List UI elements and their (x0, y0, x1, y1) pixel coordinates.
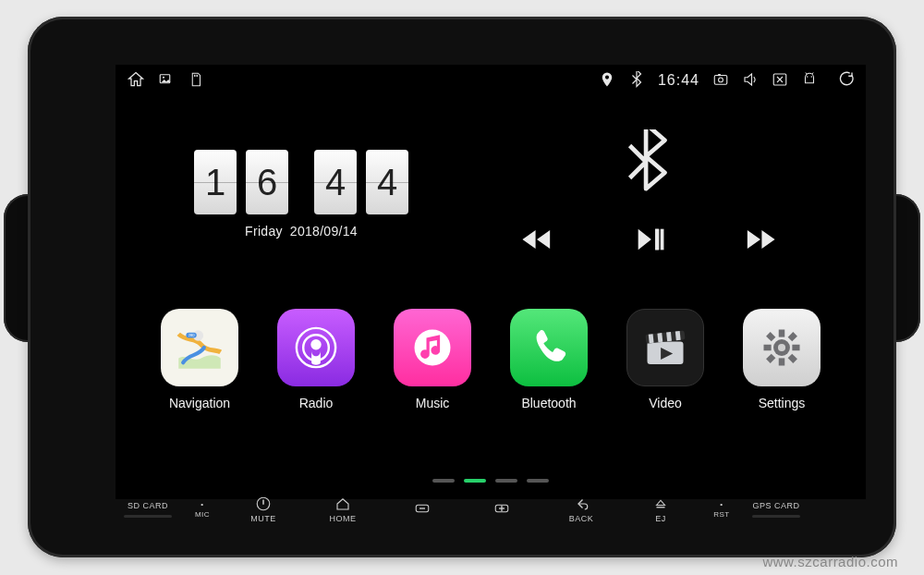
bluetooth-small-icon (628, 71, 645, 91)
clapper-icon (641, 324, 689, 372)
android-screen: 16:44 (116, 65, 866, 499)
podcast-icon (292, 324, 340, 372)
hw-sdcard-slot[interactable]: SD CARD (116, 501, 180, 518)
close-box-icon[interactable] (772, 71, 788, 91)
svg-point-1 (163, 76, 164, 78)
app-bluetooth-label: Bluetooth (506, 396, 591, 410)
hw-mic: •MIC (182, 500, 223, 519)
svg-text:280: 280 (188, 333, 196, 337)
svg-rect-9 (661, 229, 664, 251)
clock-min-1: 4 (314, 150, 357, 214)
hw-vol-down-button[interactable] (383, 500, 461, 519)
svg-line-30 (790, 356, 796, 361)
svg-rect-20 (649, 334, 654, 343)
app-video[interactable]: Video (623, 309, 708, 410)
volume-icon[interactable] (742, 71, 759, 91)
svg-rect-2 (714, 75, 727, 84)
svg-rect-4 (718, 74, 721, 76)
svg-rect-22 (666, 332, 672, 341)
hw-vol-up-button[interactable] (463, 500, 541, 519)
hw-home-button[interactable]: HOME (304, 495, 382, 523)
app-dock: 280 Navigation Radio (116, 292, 866, 477)
media-widget (510, 129, 787, 259)
svg-rect-35 (262, 500, 264, 505)
bluetooth-large-icon[interactable] (510, 129, 787, 198)
android-icon[interactable] (801, 71, 818, 91)
home-outline-icon[interactable] (127, 70, 145, 92)
app-navigation-label: Navigation (157, 396, 242, 410)
hw-mute-button[interactable]: MUTE (225, 495, 302, 523)
map-icon: 280 (176, 324, 224, 372)
clock-min-2: 4 (366, 150, 408, 214)
clock-hour-2: 6 (246, 150, 288, 214)
music-note-icon (408, 324, 456, 372)
app-settings[interactable]: Settings (739, 309, 824, 410)
sd-icon (188, 71, 204, 91)
svg-rect-8 (655, 229, 659, 251)
status-time: 16:44 (658, 72, 699, 89)
back-arrow-icon[interactable] (838, 71, 855, 91)
clock-widget[interactable]: 1 6 4 4 Friday2018/09/14 (194, 150, 408, 239)
app-settings-label: Settings (739, 396, 824, 410)
svg-rect-23 (675, 331, 681, 340)
gear-icon (758, 324, 806, 372)
hardware-button-strip: SD CARD •MIC MUTE HOME (116, 485, 808, 533)
svg-line-32 (768, 356, 773, 361)
svg-line-31 (790, 334, 796, 339)
page-indicator[interactable] (116, 479, 866, 483)
location-icon (599, 71, 615, 91)
hw-rst[interactable]: •RST (701, 500, 742, 519)
clock-hour-1: 1 (194, 150, 237, 214)
hw-gpscard-slot[interactable]: GPS CARD (744, 501, 808, 518)
app-radio-label: Radio (274, 396, 359, 410)
app-music[interactable]: Music (390, 309, 475, 410)
media-play-pause-button[interactable] (633, 224, 664, 259)
picture-icon (158, 71, 175, 91)
svg-point-6 (807, 76, 808, 78)
svg-point-16 (310, 339, 321, 349)
status-bar: 16:44 (116, 65, 866, 96)
app-radio[interactable]: Radio (274, 309, 359, 410)
svg-point-33 (778, 344, 785, 351)
hw-eject-button[interactable]: EJ (622, 495, 699, 523)
svg-point-7 (811, 76, 813, 78)
media-prev-button[interactable] (521, 224, 553, 259)
app-navigation[interactable]: 280 Navigation (157, 309, 242, 410)
svg-point-3 (719, 77, 723, 81)
media-next-button[interactable] (745, 224, 776, 259)
app-video-label: Video (623, 396, 708, 410)
svg-line-29 (768, 334, 773, 339)
phone-icon (525, 324, 573, 372)
clock-date: Friday2018/09/14 (194, 224, 408, 239)
screenshot-icon[interactable] (712, 71, 729, 91)
svg-rect-21 (657, 333, 663, 342)
watermark: www.szcarradio.com (762, 554, 898, 569)
app-music-label: Music (390, 396, 475, 410)
hw-back-button[interactable]: BACK (542, 495, 620, 523)
app-bluetooth[interactable]: Bluetooth (506, 309, 591, 410)
